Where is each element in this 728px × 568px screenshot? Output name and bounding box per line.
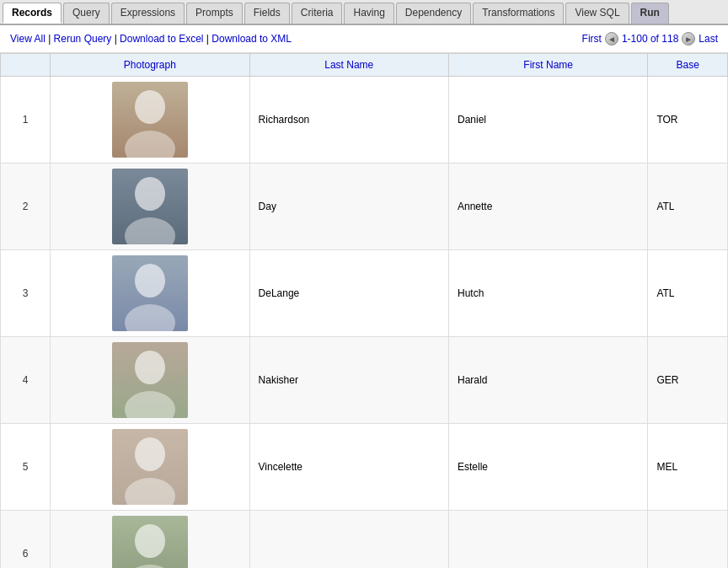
svg-point-7 — [135, 264, 165, 297]
row-number: 1 — [1, 77, 51, 163]
table-row: 1 RichardsonDanielTOR — [1, 77, 728, 163]
first-name-cell — [448, 511, 647, 569]
table-header-row: Photograph Last Name First Name Base — [1, 54, 728, 77]
next-page-button[interactable]: ► — [682, 32, 695, 46]
col-first-name: First Name — [448, 54, 647, 77]
row-number: 6 — [1, 511, 51, 569]
base-cell: MEL — [648, 424, 728, 511]
first-link[interactable]: First — [582, 33, 602, 45]
photo-cell — [51, 337, 249, 424]
table-row: 2 DayAnnetteATL — [1, 163, 728, 250]
data-table: Photograph Last Name First Name Base 1 R… — [0, 53, 728, 568]
tab-expressions[interactable]: Expressions — [111, 3, 185, 24]
last-name-cell: Vincelette — [249, 424, 448, 511]
first-name-cell: Hutch — [448, 250, 647, 337]
avatar — [112, 255, 188, 331]
tab-records[interactable]: Records — [3, 3, 62, 24]
svg-point-10 — [135, 351, 165, 384]
base-cell — [648, 511, 728, 569]
col-num — [1, 54, 51, 77]
table-row: 4 NakisherHaraldGER — [1, 337, 728, 424]
avatar — [112, 429, 188, 505]
tab-transformations[interactable]: Transformations — [473, 3, 564, 24]
row-number: 3 — [1, 250, 51, 337]
tab-dependency[interactable]: Dependency — [396, 3, 471, 24]
avatar — [112, 82, 188, 158]
photo-cell — [51, 250, 249, 337]
rerun-query-link[interactable]: Rerun Query — [54, 33, 112, 45]
tab-bar: Records Query Expressions Prompts Fields… — [0, 0, 728, 25]
base-cell: TOR — [648, 77, 728, 163]
svg-point-1 — [135, 90, 165, 124]
avatar — [112, 342, 188, 418]
tab-criteria[interactable]: Criteria — [292, 3, 343, 24]
last-name-cell: DeLange — [249, 250, 448, 337]
toolbar-links: View All | Rerun Query | Download to Exc… — [10, 33, 292, 45]
last-name-cell: Nakisher — [249, 337, 448, 424]
view-all-link[interactable]: View All — [10, 33, 46, 45]
tab-having[interactable]: Having — [344, 3, 393, 24]
base-cell: ATL — [648, 250, 728, 337]
row-number: 2 — [1, 163, 51, 250]
tab-prompts[interactable]: Prompts — [186, 3, 243, 24]
table-row: 6 — [1, 511, 728, 569]
last-name-cell: Richardson — [249, 77, 448, 163]
first-name-cell: Annette — [448, 163, 647, 250]
download-excel-link[interactable]: Download to Excel — [120, 33, 203, 45]
last-name-cell — [249, 511, 448, 569]
svg-point-13 — [135, 437, 165, 471]
first-name-cell: Estelle — [448, 424, 647, 511]
avatar — [112, 169, 188, 244]
photo-cell — [51, 511, 249, 569]
toolbar: View All | Rerun Query | Download to Exc… — [0, 25, 728, 53]
base-cell: ATL — [648, 163, 728, 250]
row-number: 5 — [1, 424, 51, 511]
svg-point-16 — [135, 524, 165, 558]
photo-cell — [51, 77, 249, 163]
avatar — [112, 516, 188, 568]
photo-cell — [51, 424, 249, 511]
photo-cell — [51, 163, 249, 250]
tab-view-sql[interactable]: View SQL — [565, 3, 629, 24]
tab-query[interactable]: Query — [63, 3, 110, 24]
prev-page-button[interactable]: ◄ — [605, 32, 618, 46]
first-name-cell: Harald — [448, 337, 647, 424]
col-base: Base — [648, 54, 728, 77]
first-name-cell: Daniel — [448, 77, 647, 163]
col-last-name: Last Name — [249, 54, 448, 77]
last-link[interactable]: Last — [699, 33, 718, 45]
pagination: First ◄ 1-100 of 118 ► Last — [582, 32, 718, 46]
page-range: 1-100 of 118 — [622, 33, 678, 45]
tab-fields[interactable]: Fields — [244, 3, 290, 24]
row-number: 4 — [1, 337, 51, 424]
tab-run[interactable]: Run — [631, 3, 669, 24]
svg-point-4 — [135, 177, 165, 211]
table-row: 3 DeLangeHutchATL — [1, 250, 728, 337]
base-cell: GER — [648, 337, 728, 424]
table-row: 5 VinceletteEstelleMEL — [1, 424, 728, 511]
col-photograph: Photograph — [51, 54, 249, 77]
last-name-cell: Day — [249, 163, 448, 250]
download-xml-link[interactable]: Download to XML — [211, 33, 292, 45]
